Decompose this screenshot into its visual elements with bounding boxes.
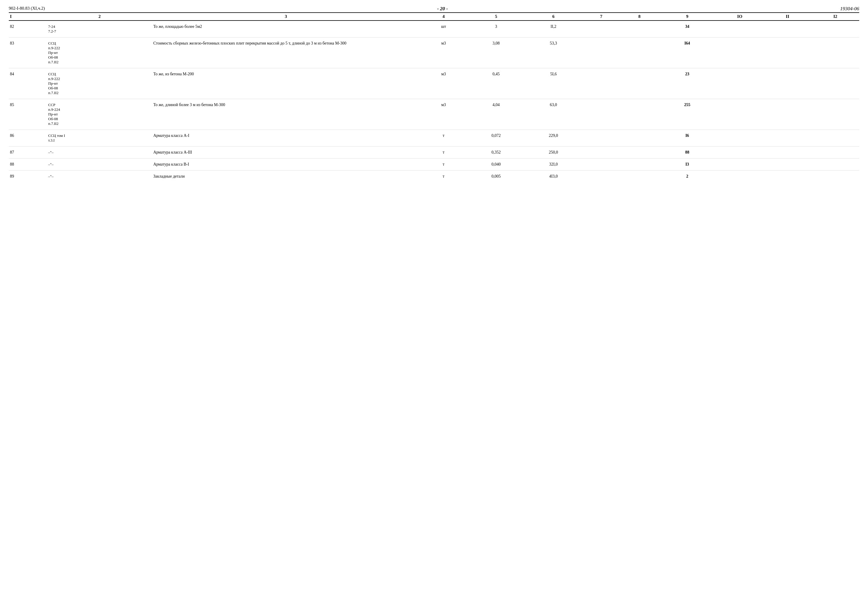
table-row: 84ССЦ п.9-222 Пр-нт Об-08 п.7.II2То же, …: [9, 68, 859, 99]
col-header-2: 2: [47, 13, 152, 21]
table-cell: 87: [9, 147, 47, 158]
column-header-row: I 2 3 4 5 6 7 8 9 IO II I2: [9, 13, 859, 21]
table-cell: 0,072: [467, 130, 525, 147]
table-cell: 2: [658, 170, 716, 183]
table-cell: Стоимость сборных железо-бетонных плоски…: [152, 37, 420, 68]
table-cell: м3: [420, 99, 467, 130]
table-cell: [716, 147, 764, 158]
col-header-6: 6: [525, 13, 582, 21]
table-cell: м3: [420, 37, 467, 68]
table-cell: 4,04: [467, 99, 525, 130]
table-cell: [582, 147, 620, 158]
table-cell: [582, 158, 620, 170]
table-cell: 0,040: [467, 158, 525, 170]
col-header-11: II: [764, 13, 812, 21]
table-cell: м3: [420, 68, 467, 99]
table-cell: 88: [9, 158, 47, 170]
table-cell: 32I,0: [525, 158, 582, 170]
table-cell: [620, 68, 658, 99]
table-cell: 250,0: [525, 147, 582, 158]
table-cell: т: [420, 158, 467, 170]
table-cell: [582, 170, 620, 183]
table-row: 85ССР п.9-224 Пр-нт Об-08 п.7.II2То же, …: [9, 99, 859, 130]
table-row: 89–"–Закладные деталит0,0054I3,02: [9, 170, 859, 183]
table-cell: 89: [9, 170, 47, 183]
table-cell: То же, длиной более 3 м из бетона М-300: [152, 99, 420, 130]
table-cell: [812, 158, 859, 170]
table-cell: [582, 37, 620, 68]
table-cell: [812, 130, 859, 147]
table-cell: [764, 130, 812, 147]
col-header-8: 8: [620, 13, 658, 21]
table-cell: 85: [9, 99, 47, 130]
table-cell: I6: [658, 130, 716, 147]
table-cell: 34: [658, 21, 716, 37]
table-cell: [620, 170, 658, 183]
table-cell: [812, 68, 859, 99]
table-cell: ССЦ том I т.3.I: [47, 130, 152, 147]
table-cell: [812, 21, 859, 37]
table-cell: [812, 147, 859, 158]
table-cell: ССЦ п.9-222 Пр-нт Об-08 п.7.II2: [47, 68, 152, 99]
table-cell: [812, 170, 859, 183]
table-cell: 23: [658, 68, 716, 99]
table-cell: –"–: [47, 170, 152, 183]
table-cell: шт: [420, 21, 467, 37]
col-header-7: 7: [582, 13, 620, 21]
table-cell: 3,08: [467, 37, 525, 68]
table-cell: [620, 21, 658, 37]
col-header-4: 4: [420, 13, 467, 21]
col-header-9: 9: [658, 13, 716, 21]
table-cell: 88: [658, 147, 716, 158]
page-header: 902-I-80.83 (XI,ч.2) - 20 - 19304-06: [9, 6, 859, 12]
table-cell: I3: [658, 158, 716, 170]
col-header-10: IO: [716, 13, 764, 21]
table-cell: [764, 68, 812, 99]
table-cell: 5I,6: [525, 68, 582, 99]
col-header-1: I: [9, 13, 47, 21]
table-cell: [764, 21, 812, 37]
table-cell: 7-24 7.2-7: [47, 21, 152, 37]
table-cell: –"–: [47, 158, 152, 170]
table-cell: [716, 21, 764, 37]
table-cell: [582, 99, 620, 130]
table-cell: 229,0: [525, 130, 582, 147]
table-cell: То же, площадью более 5м2: [152, 21, 420, 37]
table-cell: 0,45: [467, 68, 525, 99]
table-cell: [620, 158, 658, 170]
col-header-12: I2: [812, 13, 859, 21]
header-right: 19304-06: [840, 6, 859, 12]
table-cell: Арматура класса А-I: [152, 130, 420, 147]
table-cell: ССЦ п.9-222 Пр-нт Об-08 п.7.II2: [47, 37, 152, 68]
table-cell: т: [420, 147, 467, 158]
table-cell: I64: [658, 37, 716, 68]
col-header-5: 5: [467, 13, 525, 21]
table-cell: [764, 99, 812, 130]
col-header-3: 3: [152, 13, 420, 21]
table-cell: Арматура класса А-III: [152, 147, 420, 158]
table-cell: [620, 147, 658, 158]
table-cell: [620, 99, 658, 130]
table-cell: [582, 68, 620, 99]
table-cell: [812, 37, 859, 68]
table-cell: 53,3: [525, 37, 582, 68]
table-cell: [716, 158, 764, 170]
table-cell: [716, 99, 764, 130]
table-cell: [764, 37, 812, 68]
table-cell: [716, 170, 764, 183]
table-cell: 0,005: [467, 170, 525, 183]
table-cell: 63,0: [525, 99, 582, 130]
table-cell: 86: [9, 130, 47, 147]
table-cell: [582, 21, 620, 37]
table-cell: [812, 99, 859, 130]
table-row: 83ССЦ п.9-222 Пр-нт Об-08 п.7.II2Стоимос…: [9, 37, 859, 68]
table-cell: [716, 68, 764, 99]
table-cell: [764, 158, 812, 170]
table-cell: II,2: [525, 21, 582, 37]
table-cell: Арматура класса В-I: [152, 158, 420, 170]
table-cell: [716, 130, 764, 147]
table-row: 827-24 7.2-7То же, площадью более 5м2шт3…: [9, 21, 859, 37]
table-row: 86ССЦ том I т.3.IАрматура класса А-Iт0,0…: [9, 130, 859, 147]
table-cell: [582, 130, 620, 147]
table-cell: [764, 147, 812, 158]
